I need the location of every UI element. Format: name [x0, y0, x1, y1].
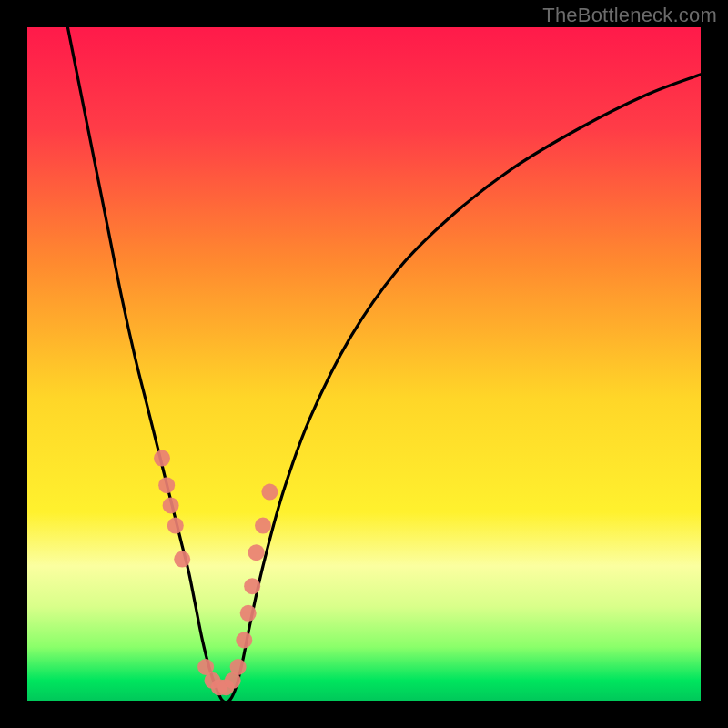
highlight-points-layer — [154, 450, 278, 696]
plot-area — [27, 27, 701, 701]
highlight-point — [158, 477, 175, 493]
highlight-point — [248, 544, 265, 561]
watermark-label: TheBottleneck.com — [542, 4, 717, 27]
highlight-point — [230, 659, 247, 675]
highlight-point — [255, 518, 271, 534]
highlight-point — [163, 497, 179, 513]
highlight-point — [167, 518, 184, 534]
highlight-point — [154, 450, 170, 467]
highlight-point — [174, 551, 190, 568]
chart-canvas — [27, 27, 701, 701]
highlight-point — [244, 578, 260, 594]
bottleneck-curve — [67, 27, 701, 701]
outer-black-frame: TheBottleneck.com — [0, 0, 728, 728]
highlight-point — [240, 605, 257, 622]
highlight-point — [261, 484, 278, 500]
highlight-point — [236, 632, 252, 648]
